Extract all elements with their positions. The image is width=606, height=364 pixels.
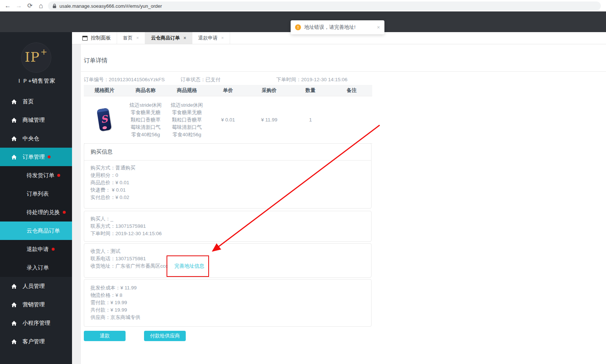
purchase-method: 购买方式：普通购买 [90,164,365,172]
tab-label: 控制面板 [91,35,111,41]
receiver-panel: 收货人：测试 联系电话：13071575981 收货地址：广东省广州市番禺区cc… [84,243,372,278]
tab-cloud-warehouse-orders[interactable]: 云仓商品订单 × [145,32,192,44]
home-icon [11,320,17,326]
sidebar-item-label: 客户管理 [23,338,45,345]
sidebar-subitem-cloud-warehouse-orders[interactable]: 云仓商品订单 [0,222,72,240]
url-text[interactable]: usale.manage.soeasy666.com/#/ems/yun_ord… [59,3,162,9]
receiver-address: 收货地址：广东省广州市番禺区ccc [90,263,168,269]
points-used: 使用积分：0 [90,172,365,179]
divider [81,71,606,72]
sidebar-subitem-pending-shipment[interactable]: 待发货订单 [0,166,72,185]
sidebar-item-customer-management[interactable]: 客户管理 [0,332,72,351]
tab-home[interactable]: 首页 × [117,32,145,44]
supplier-lines: 批发价成本：¥ 11.99 物流价格：¥ 8 需付款：¥ 19.99 共付款：¥… [84,279,371,325]
sidebar-item-order-management[interactable]: 订单管理 [0,148,72,166]
buyer-lines: 购买人：_ 联系方式：13071575981 下单时间：2019-12-30 1… [84,211,371,241]
refund-button[interactable]: 退款 [84,331,126,341]
home-icon [11,154,17,160]
sidebar-item-label: 中央仓 [23,135,39,142]
sidebar-item-marketing-management[interactable]: 营销管理 [0,295,72,314]
tab-label: 首页 [123,35,133,41]
back-icon[interactable]: ← [2,2,13,10]
product-spec-cell: 炫迈stride休闲零食糖果无糖颗粒口香糖草莓味清新口气零食40粒56g [166,102,208,138]
product-image[interactable]: S [97,108,112,132]
purchase-info-lines: 购买方式：普通购买 使用积分：0 商品总价：¥ 0.01 快递费： ¥ 0.01… [84,161,371,205]
receiver-name: 收货人：测试 [90,248,365,255]
forward-icon[interactable]: → [13,2,24,10]
product-table: 规格图片 商品名称 商品规格 单价 采购价 数量 备注 S [84,85,372,144]
complete-address-link[interactable]: 完善地址信息 [174,263,204,269]
col-header: 商品规格 [166,87,208,94]
dashboard-icon [82,36,88,41]
toast-message: 地址错误，请完善地址! [304,24,356,31]
buyer-order-time: 下单时间：2019-12-30 14:15:06 [90,230,365,237]
order-status: 订单状态：已支付 [181,76,220,83]
logo-text: IP [25,43,40,72]
buyer-contact: 联系方式：13071575981 [90,223,365,230]
action-buttons: 退款 付款给供应商 [84,331,186,341]
close-icon[interactable]: × [221,35,224,41]
col-header: 规格图片 [84,87,125,94]
receiver-phone: 联系电话：13071575981 [90,255,365,262]
shipping-fee: 快递费： ¥ 0.01 [90,186,365,194]
main-content: 订单详情 订单编号：20191230141506sYzkFS 订单状态：已支付 … [72,44,606,364]
sidebar-item-label: 订单列表 [27,190,49,198]
sidebar-item-label: 退款申请 [27,246,49,253]
sidebar-item-personnel-management[interactable]: 人员管理 [0,277,72,295]
sidebar-menu: 首页 商城管理 中央仓 订单管理 待发货订单 订单列表 [0,92,72,351]
sidebar-subitem-pending-exchange[interactable]: 待处理的兑换 [0,203,72,222]
error-toast: ! 地址错误，请完善地址! × [291,20,384,34]
sidebar-item-home[interactable]: 首页 [0,92,72,111]
sidebar-item-label: 订单管理 [23,154,45,161]
buyer-name: 购买人：_ [90,215,365,223]
toast-close-icon[interactable]: × [374,24,380,30]
home-icon [11,339,17,344]
sidebar-subitem-order-list[interactable]: 订单列表 [0,185,72,203]
tab-refund-request[interactable]: 退款申请 × [192,32,230,44]
sidebar-item-label: 云仓商品订单 [27,227,60,234]
receiver-address-line: 收货地址：广东省广州市番禺区ccc完善地址信息 [90,262,365,270]
reload-icon[interactable]: ⟳ [24,2,35,10]
sidebar-subitem-enter-order[interactable]: 录入订单 [0,258,72,277]
gum-canister-graphic: S [96,107,112,131]
supplier-name: 供应商：京东商城专供 [90,314,365,321]
brand-name: ＩＰ+销售管家 [17,78,56,85]
sidebar-item-label: 录入订单 [27,264,49,271]
quantity-cell: 1 [290,117,331,123]
goods-total: 商品总价：¥ 0.01 [90,179,365,186]
sidebar-item-label: 待发货订单 [27,172,54,179]
purchase-price-cell: ¥ 11.99 [249,117,290,123]
pay-supplier-button[interactable]: 付款给供应商 [144,331,186,341]
sidebar-item-miniprogram-management[interactable]: 小程序管理 [0,314,72,332]
close-icon[interactable]: × [136,35,139,41]
sidebar-item-label: 首页 [23,98,34,105]
col-header: 数量 [290,87,331,94]
amount-due: 需付款：¥ 19.99 [90,299,365,306]
sidebar-item-label: 待处理的兑换 [27,209,60,216]
home-icon[interactable]: ⌂ [35,2,47,10]
sidebar-subitem-refund-request[interactable]: 退款申请 [0,240,72,258]
table-header-row: 规格图片 商品名称 商品规格 单价 采购价 数量 备注 [84,85,372,96]
sidebar-item-mall-management[interactable]: 商城管理 [0,111,72,129]
order-number: 订单编号：20191230141506sYzkFS [84,76,165,83]
amount-paid: 共付款：¥ 19.99 [90,306,365,314]
table-row: S 炫迈stride休闲零食糖果无糖颗粒口香糖草莓味清新口气零食40粒56g 炫… [84,96,372,144]
app-window: ← → ⟳ ⌂ usale.manage.soeasy666.com/#/ems… [0,0,606,364]
address-bar[interactable]: usale.manage.soeasy666.com/#/ems/yun_ord… [48,1,601,10]
notification-dot [52,248,55,251]
notification-dot [63,211,66,214]
tab-label: 退款申请 [198,35,218,41]
col-header: 单价 [208,87,249,94]
product-image-cell: S [84,108,125,132]
notification-dot [57,174,60,177]
page-title: 订单详情 [84,57,107,65]
logo-plus: + [41,43,47,61]
receiver-lines: 收货人：测试 联系电话：13071575981 收货地址：广东省广州市番禺区cc… [84,244,371,274]
supplier-panel: 批发价成本：¥ 11.99 物流价格：¥ 8 需付款：¥ 19.99 共付款：¥… [84,279,372,327]
sidebar-item-central-warehouse[interactable]: 中央仓 [0,129,72,148]
close-icon[interactable]: × [184,35,186,41]
home-icon [11,136,17,141]
tab-dashboard[interactable]: 控制面板 [76,32,117,44]
unit-price-cell: ¥ 0.01 [208,117,249,123]
home-icon [11,99,17,104]
